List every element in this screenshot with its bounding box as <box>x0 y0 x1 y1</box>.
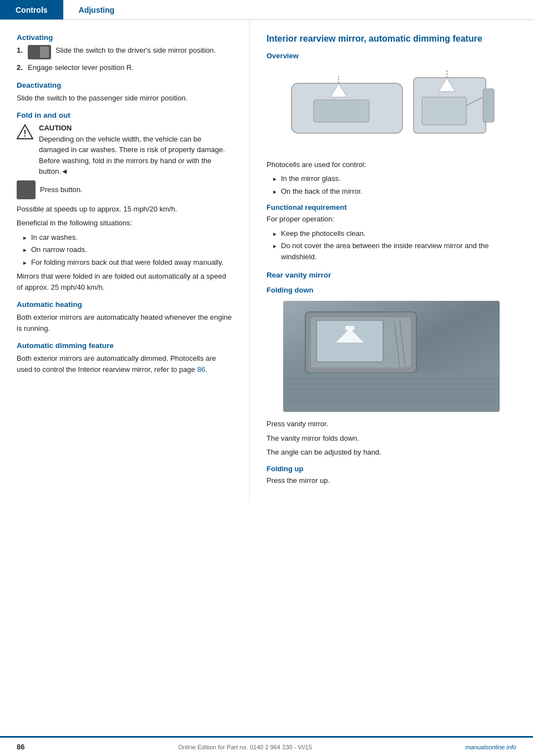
mirror-diagram-container <box>266 67 516 153</box>
main-content: Activating 1. Slide the switch to the dr… <box>0 20 533 502</box>
bullet-photocells-clean: ► Keep the photocells clean. <box>266 228 516 239</box>
fold-heading: Fold in and out <box>17 111 233 119</box>
folding-down-heading: Folding down <box>266 286 516 294</box>
svg-text:!: ! <box>23 129 26 138</box>
overview-heading: Overview <box>266 52 516 60</box>
interior-mirror-heading: Interior rearview mirror, automatic dimm… <box>266 33 516 45</box>
back-mirror-text: On the back of the mirror. <box>281 186 363 197</box>
bullet-no-cover: ► Do not cover the area between the insi… <box>266 240 516 262</box>
svg-rect-5 <box>314 100 369 122</box>
bullet3-text: For folding mirrors back out that were f… <box>31 257 224 268</box>
auto-dimming-text: Both exterior mirrors are automatically … <box>17 353 233 375</box>
left-column: Activating 1. Slide the switch to the dr… <box>0 20 250 502</box>
caution-title: CAUTION <box>39 123 233 134</box>
caution-icon: ! <box>17 124 33 140</box>
photocells-clean-text: Keep the photocells clean. <box>281 228 366 239</box>
vanity-mirror-photo <box>283 301 500 412</box>
bullet-arrow-7: ► <box>272 242 281 250</box>
tab-adjusting-label: Adjusting <box>79 6 115 14</box>
step1-text: Slide the switch to the driver's side mi… <box>56 45 233 56</box>
deactivating-heading: Deactivating <box>17 81 233 89</box>
press-button-text: Press button. <box>40 185 83 194</box>
tab-controls-label: Controls <box>16 6 48 14</box>
auto-dimming-period: . <box>205 365 208 374</box>
step-2: 2. Engage selector lever position R. <box>17 62 233 73</box>
bullet-mirror-glass: ► In the mirror glass. <box>266 173 516 184</box>
tab-adjusting[interactable]: Adjusting <box>63 0 130 19</box>
fold-speeds: Possible at speeds up to approx. 15 mph/… <box>17 204 233 215</box>
bullet-back-mirror: ► On the back of the mirror. <box>266 186 516 197</box>
bullet-car-washes: ► In car washes. <box>17 232 233 243</box>
bullet-arrow-1: ► <box>22 234 31 242</box>
folding-up-heading: Folding up <box>266 465 516 473</box>
svg-rect-9 <box>422 97 466 125</box>
mirror-diagram <box>286 67 497 153</box>
rear-vanity-heading: Rear vanity mirror <box>266 271 516 279</box>
auto-heating-heading: Automatic heating <box>17 300 233 309</box>
auto-heating-text: Both exterior mirrors are automatically … <box>17 312 233 334</box>
auto-dimming-link[interactable]: 86 <box>197 365 205 374</box>
functional-text: For proper operation: <box>266 214 516 225</box>
svg-rect-10 <box>483 89 494 122</box>
functional-heading: Functional requirement <box>266 203 516 211</box>
caution-box: ! CAUTION Depending on the vehicle width… <box>17 123 233 177</box>
button-icon <box>17 180 36 199</box>
bullet-arrow-3: ► <box>22 259 31 267</box>
step-1: 1. Slide the switch to the driver's side… <box>17 45 233 59</box>
deactivating-text: Slide the switch to the passenger side m… <box>17 93 233 104</box>
bullet2-text: On narrow roads. <box>31 244 87 255</box>
bullet-arrow-2: ► <box>22 246 31 254</box>
no-cover-text: Do not cover the area between the inside… <box>281 240 516 262</box>
footer-center-text: Online Edition for Part no. 0140 2 964 3… <box>178 744 312 750</box>
bullet-narrow-roads: ► On narrow roads. <box>17 244 233 255</box>
press-button-row: Press button. <box>17 180 233 199</box>
svg-rect-17 <box>345 326 354 330</box>
footer-page-number: 86 <box>17 743 24 751</box>
fold-beneficial: Beneficial in the following situations: <box>17 218 233 229</box>
fold-auto-text: Mirrors that were folded in are folded o… <box>17 271 233 293</box>
bullet-arrow-5: ► <box>272 188 281 196</box>
vanity-angle-text: The angle can be adjusted by hand. <box>266 447 516 458</box>
vanity-photo-container <box>266 301 516 412</box>
step2-text: Engage selector lever position R. <box>28 62 233 73</box>
activating-heading: Activating <box>17 33 233 42</box>
mirror-glass-text: In the mirror glass. <box>281 173 341 184</box>
vanity-folds-text: The vanity mirror folds down. <box>266 433 516 444</box>
caution-text: Depending on the vehicle width, the vehi… <box>39 134 233 177</box>
photocells-text: Photocells are used for control: <box>266 159 516 170</box>
footer-logo: manualsonline.info <box>465 744 516 750</box>
press-vanity-text: Press vanity mirror. <box>266 419 516 430</box>
bullet-folding-back: ► For folding mirrors back out that were… <box>17 257 233 268</box>
bullet-arrow-6: ► <box>272 230 281 238</box>
switch-icon <box>28 45 51 59</box>
auto-dimming-heading: Automatic dimming feature <box>17 341 233 350</box>
right-column: Interior rearview mirror, automatic dimm… <box>250 20 533 502</box>
tab-controls[interactable]: Controls <box>0 0 63 19</box>
page-footer: 86 Online Edition for Part no. 0140 2 96… <box>0 736 533 756</box>
press-mirror-up-text: Press the mirror up. <box>266 475 516 486</box>
page-header: Controls Adjusting <box>0 0 533 20</box>
bullet-arrow-4: ► <box>272 175 281 183</box>
bullet1-text: In car washes. <box>31 232 78 243</box>
vanity-photo-svg <box>283 301 500 412</box>
auto-dimming-text-part1: Both exterior mirrors are automatically … <box>17 354 216 374</box>
